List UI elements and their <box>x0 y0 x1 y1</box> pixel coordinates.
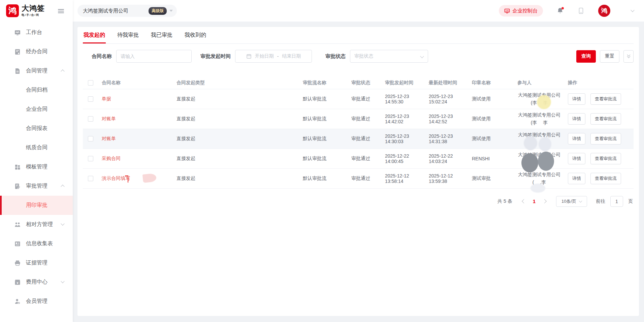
sidebar-item-contract-report[interactable]: 合同报表 <box>0 119 73 138</box>
view-flow-button[interactable]: 查看审批流 <box>590 133 621 144</box>
sidebar-subitem-label: 纸质合同 <box>26 144 47 151</box>
sidebar-item-counterparty-mgmt[interactable]: 相对方管理 <box>0 215 73 234</box>
page-size-select[interactable]: 10条/页 <box>556 196 587 207</box>
search-button[interactable]: 查询 <box>576 50 596 63</box>
sidebar-item-member-mgmt[interactable]: 会员管理 <box>0 292 73 311</box>
view-flow-button[interactable]: 查看审批流 <box>590 113 621 125</box>
view-flow-button[interactable]: 查看审批流 <box>590 93 621 105</box>
seal-name: 测试使用 <box>469 129 514 149</box>
contract-name-link[interactable]: 演示合同填写 <box>102 175 130 181</box>
console-monitor-icon <box>504 8 510 14</box>
sidebar-item-contract-mgmt[interactable]: 合同管理 <box>0 61 73 80</box>
page-size-value: 10条/页 <box>561 198 576 204</box>
row-checkbox[interactable] <box>88 96 93 102</box>
tab-received[interactable]: 我收到的 <box>184 27 207 43</box>
next-page-button[interactable] <box>542 199 547 203</box>
contract-name-link[interactable]: 单据 <box>102 96 111 101</box>
row-checkbox[interactable] <box>88 176 93 181</box>
detail-button[interactable]: 详情 <box>568 93 585 105</box>
detail-button[interactable]: 详情 <box>568 153 585 164</box>
tab-approved-by-me[interactable]: 我已审批 <box>150 27 173 43</box>
collapse-filters-button[interactable] <box>623 50 634 63</box>
latest-time: 2025-12-22 14:03:24 <box>425 149 469 168</box>
sidebar-item-seal-approval[interactable]: 用印审批 <box>0 196 73 215</box>
contract-name-input[interactable] <box>116 50 192 63</box>
tab-pending-my-approval[interactable]: 待我审批 <box>117 27 139 43</box>
initiation-type: 直接发起 <box>173 129 299 149</box>
detail-button[interactable]: 详情 <box>568 173 585 184</box>
seal-name: 测试使用 <box>469 109 514 129</box>
detail-button[interactable]: 详情 <box>568 133 585 144</box>
mobile-icon[interactable] <box>577 7 585 14</box>
sidebar-item-workbench[interactable]: 工作台 <box>0 23 73 42</box>
latest-time: 2025-12-23 14:31:38 <box>425 129 469 149</box>
row-checkbox[interactable] <box>88 156 93 161</box>
table-row: 单据 直接发起 默认审批流 审批通过 2025-12-23 14:55:30 2… <box>83 89 634 109</box>
date-range-picker[interactable]: 开始日期 - 结束日期 <box>235 50 312 63</box>
col-latest-time: 最新处理时间 <box>425 77 469 89</box>
col-contract-name: 合同名称 <box>98 77 173 89</box>
table-row: 演示合同填写 直接发起 默认审批流 审批通过 2025-12-12 13:58:… <box>83 168 634 188</box>
contract-name-link[interactable]: 对账单 <box>102 136 116 141</box>
prev-page-button[interactable] <box>522 199 526 203</box>
sidebar-subitem-label: 合同报表 <box>26 125 47 132</box>
participants: 大鸿签测试专用公司 (李 李 <box>514 109 565 129</box>
sidebar-item-evidence-mgmt[interactable]: 证据管理 <box>0 253 73 272</box>
sidebar-item-approval-mgmt[interactable]: 审批管理 <box>0 176 73 196</box>
participant-company: 大鸿签测试专用公司 <box>515 131 564 138</box>
approval-status-select[interactable]: 审批状态 <box>350 50 428 63</box>
contract-name-link[interactable]: 对账单 <box>102 116 116 121</box>
participant-company: 大鸿签测试专用公司 <box>515 151 564 158</box>
sidebar-nav: 工作台 经办合同 合同管理 合同归档 企业合同 合同报表 纸质合同 模板管理 <box>0 22 73 311</box>
col-actions: 操作 <box>565 77 634 89</box>
select-all-checkbox[interactable] <box>88 80 93 86</box>
handled-contracts-icon <box>14 49 21 55</box>
filter-buttons: 查询 重置 <box>576 50 634 63</box>
contract-name-link[interactable]: 采购合同 <box>102 156 121 161</box>
chevron-down-icon <box>579 199 582 202</box>
svg-text:¥: ¥ <box>17 281 19 284</box>
current-page-number[interactable]: 1 <box>533 198 536 204</box>
col-seal-name: 印章名称 <box>469 77 514 89</box>
goto-page-input[interactable] <box>610 196 623 207</box>
row-checkbox[interactable] <box>88 136 93 141</box>
detail-button[interactable]: 详情 <box>568 113 585 125</box>
latest-time: 2025-12-12 13:59:38 <box>425 168 469 188</box>
sidebar-item-paper-contract[interactable]: 纸质合同 <box>0 138 73 157</box>
participant-names: (李 李 <box>515 99 564 106</box>
sidebar-subitem-label: 合同归档 <box>26 87 47 94</box>
template-icon <box>14 164 21 170</box>
company-selector[interactable]: 大鸿签测试专用公司 高级版 <box>77 5 177 17</box>
info-form-icon <box>14 240 21 247</box>
sidebar-item-label: 相对方管理 <box>26 221 53 228</box>
notification-bell-icon[interactable] <box>556 7 564 14</box>
tab-initiated-by-me[interactable]: 我发起的 <box>83 27 106 43</box>
sidebar-item-label: 信息收集表 <box>26 240 53 247</box>
sidebar-item-info-collection[interactable]: 信息收集表 <box>0 234 73 253</box>
participants: 大鸿签测试专用公司 ( ,李 <box>514 168 565 188</box>
view-flow-button[interactable]: 查看审批流 <box>590 153 621 164</box>
user-avatar[interactable]: 鸿 <box>598 5 610 17</box>
account-chevron-down-icon[interactable] <box>631 8 634 12</box>
reset-button[interactable]: 重置 <box>600 50 619 63</box>
flow-name: 默认审批流 <box>299 89 348 109</box>
sidebar-item-fee-center[interactable]: ¥ 费用中心 <box>0 272 73 292</box>
notification-dot <box>561 7 564 9</box>
brand: 大鸿签 电/子/合/同 <box>22 5 45 17</box>
collapse-menu-icon[interactable] <box>58 8 64 14</box>
sidebar-item-enterprise-contract[interactable]: 企业合同 <box>0 100 73 119</box>
sidebar-item-label: 工作台 <box>26 29 42 36</box>
sidebar-item-contract-archive[interactable]: 合同归档 <box>0 80 73 100</box>
status: 审批通过 <box>348 168 382 188</box>
sidebar-item-handled-contracts[interactable]: 经办合同 <box>0 42 73 61</box>
initiation-type: 直接发起 <box>173 89 299 109</box>
sidebar-item-template-mgmt[interactable]: 模板管理 <box>0 157 73 176</box>
view-flow-button[interactable]: 查看审批流 <box>590 173 621 184</box>
sidebar-subitem-label: 企业合同 <box>26 106 47 113</box>
seal-name: RENSHI <box>469 149 514 168</box>
chevron-up-icon <box>61 69 64 73</box>
flow-name: 默认审批流 <box>299 149 348 168</box>
participant-company: 大鸿签测试专用公司 <box>515 171 564 178</box>
enterprise-console-button[interactable]: 企业控制台 <box>499 5 543 17</box>
row-checkbox[interactable] <box>88 116 93 122</box>
